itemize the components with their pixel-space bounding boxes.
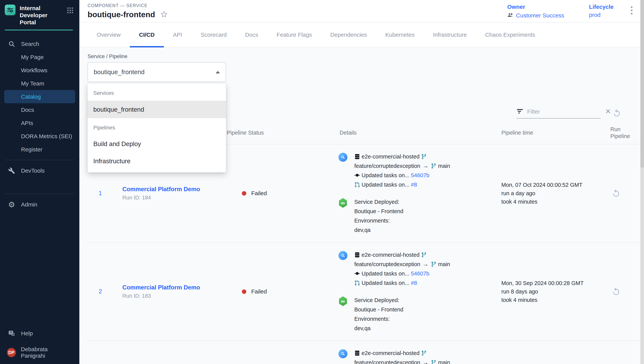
pr-link[interactable]: #8 [411,182,417,188]
sidebar-item-dora-metrics[interactable]: DORA Metrics (SEI) [4,130,75,143]
status-label: Failed [251,190,267,196]
arrow-right-icon: → [422,261,429,268]
sidebar-item-label: Admin [21,201,37,208]
filter-field [516,108,600,118]
owner-link[interactable]: Customer Success [516,12,564,19]
tab-dependencies[interactable]: Dependencies [321,22,376,47]
sidebar-item-docs[interactable]: Docs [4,103,75,116]
column-header-status: Pipeline Status [226,130,338,136]
refresh-icon[interactable] [612,109,621,118]
entity-header: COMPONENT — SERVICE boutique-frontend Ow… [79,0,644,22]
sidebar-item-label: Workflows [21,67,48,74]
tab-api[interactable]: API [164,22,192,47]
tab-docs[interactable]: Docs [236,22,267,47]
repo-name: e2e-commercial-hosted [362,252,420,258]
deploy-label: Service Deployed: [354,297,399,304]
sidebar-nav: Search My Page Workflows My Team Catalog… [0,37,79,211]
deploy-label: Service Deployed: [354,199,399,205]
commit-link[interactable]: 54607b [411,172,430,178]
pipeline-status: Failed [226,190,338,196]
sidebar-item-devtools[interactable]: DevTools [4,164,75,177]
pipeline-name-link[interactable]: Commercial Platform Demo [122,284,226,291]
dropdown-option-infrastructure[interactable]: Infrastructure [88,152,226,170]
time-absolute: Mon, 30 Sep 2024 00:00:28 GMT [501,280,589,286]
run-details: e2e-commercial-hosted feature/corruptede… [338,144,497,242]
rerun-pipeline-icon[interactable] [612,189,621,198]
tab-overview[interactable]: Overview [88,22,130,47]
tab-scorecard[interactable]: Scorecard [192,22,236,47]
source-branch: feature/corruptedexception [354,163,420,169]
run-id: Run ID: 183 [122,293,226,299]
sidebar-item-admin[interactable]: ⚙ Admin [4,198,75,211]
tab-cicd[interactable]: CI/CD [130,22,164,47]
pr-link[interactable]: #8 [411,280,417,286]
page-title: boutique-frontend [88,10,155,19]
clear-filter-icon[interactable] [605,108,611,115]
sidebar-item-label: APIs [21,120,33,126]
git-branch-icon [421,154,427,160]
tab-kubernetes[interactable]: Kubernetes [376,22,424,47]
dropdown-group-pipelines: Pipelines [88,118,226,135]
pull-request-icon [354,182,360,188]
repo-icon [354,154,360,160]
more-options-kebab-icon[interactable] [631,6,632,14]
main-area: COMPONENT — SERVICE boutique-frontend Ow… [79,0,644,364]
sidebar-item-label: Catalog [21,94,41,100]
sidebar-item-apis[interactable]: APIs [4,116,75,130]
ci-stage-icon [338,153,348,162]
pipeline-time: Mon, 30 Sep 2024 00:00:28 GMT run 8 days… [497,280,589,303]
user-menu[interactable]: DP Debabrata Panigrahi [4,346,75,359]
pull-request-icon [354,280,360,286]
idp-logo-icon [5,4,16,15]
sidebar-divider [5,160,74,160]
source-branch: feature/corruptedexception [354,261,420,268]
target-branch: main [438,163,450,169]
pr-message: Updated tasks on... [362,182,410,188]
sidebar-item-label: DORA Metrics (SEI) [21,133,72,140]
arrow-right-icon: → [422,162,429,170]
tab-chaos-experiments[interactable]: Chaos Experiments [476,22,544,47]
column-header-run: Run Pipeline [610,126,637,140]
apps-grid-icon[interactable] [66,6,74,15]
ci-stage-icon [338,251,348,260]
pipeline-name-link[interactable]: Commercial Platform Demo [122,186,226,193]
dropdown-option-build-and-deploy[interactable]: Build and Deploy [88,135,226,152]
source-branch: feature/corruptedexception [354,360,420,364]
time-absolute: Mon, 07 Oct 2024 00:00:52 GMT [501,182,589,188]
repo-icon [354,350,360,356]
help-chat-icon: ? [7,330,16,337]
help-button[interactable]: ? Help [4,327,75,340]
sidebar-item-my-page[interactable]: My Page [4,50,75,64]
entity-kicker: COMPONENT — SERVICE [88,3,168,8]
lifecycle-value: prod [589,12,600,18]
sidebar-item-label: My Team [21,80,44,87]
commit-link[interactable]: 54607b [411,270,430,277]
pipeline-dropdown-menu: Services boutique_frontend Pipelines Bui… [88,84,226,172]
pipeline-select[interactable]: boutique_frontend [88,62,226,82]
people-icon [507,12,514,20]
sidebar-item-search[interactable]: Search [4,37,75,50]
tab-infrastructure[interactable]: Infrastructure [424,22,476,47]
filter-input[interactable] [527,108,601,115]
app-window: Internal Developer Portal Search [0,0,644,364]
tab-feature-flags[interactable]: Feature Flags [267,22,321,47]
owner-label: Owner [507,4,564,10]
vertical-scrollbar[interactable] [640,0,644,364]
user-name: Debabrata Panigrahi [21,346,72,359]
rerun-pipeline-icon[interactable] [612,287,621,296]
dropdown-option-boutique-frontend[interactable]: boutique_frontend [88,101,226,118]
environments-label: Environments: [354,218,390,224]
run-id: Run ID: 184 [122,194,226,201]
favorite-star-icon[interactable] [160,10,168,19]
help-label: Help [21,330,33,337]
lifecycle-block: Lifecycle prod [589,4,614,18]
sidebar-item-my-team[interactable]: My Team [4,77,75,90]
dropdown-group-services: Services [88,84,226,101]
sidebar-item-workflows[interactable]: Workflows [4,64,75,77]
avatar: DP [7,348,16,357]
failed-status-dot [242,290,246,294]
sidebar-item-label: DevTools [21,168,44,174]
sidebar-item-catalog[interactable]: Catalog [4,90,75,103]
sidebar-item-label: Docs [21,107,34,113]
sidebar-item-register[interactable]: Register [4,143,75,156]
